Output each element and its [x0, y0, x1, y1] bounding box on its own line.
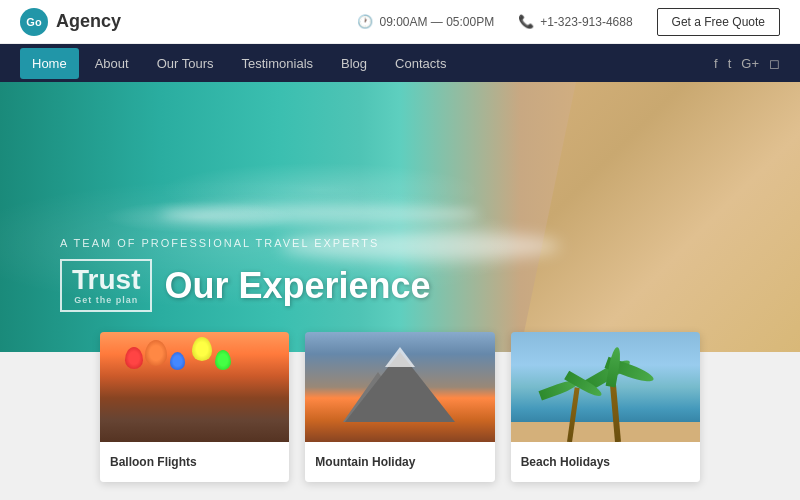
twitter-icon[interactable]: t — [728, 56, 732, 71]
social-links: f t G+ ◻ — [714, 56, 780, 71]
hero-section: A TEAM OF PROFESSIONAL TRAVEL EXPERTS Tr… — [0, 82, 800, 352]
nav-links: Home About Our Tours Testimonials Blog C… — [20, 48, 458, 79]
balloon-5 — [215, 350, 231, 370]
phone-text: +1-323-913-4688 — [540, 15, 632, 29]
card-mountain-image — [305, 332, 494, 442]
beach-sand — [511, 422, 700, 442]
balloon-1 — [125, 347, 143, 369]
phone-icon: 📞 — [518, 14, 534, 29]
card-beach-label: Beach Holidays — [511, 442, 700, 482]
balloon-2 — [145, 340, 167, 366]
balloon-3 — [170, 352, 185, 370]
facebook-icon[interactable]: f — [714, 56, 718, 71]
hours-text: 09:00AM — 05:00PM — [379, 15, 494, 29]
nav-tours[interactable]: Our Tours — [145, 48, 226, 79]
card-mountain-holiday[interactable]: Mountain Holiday — [305, 332, 494, 482]
instagram-icon[interactable]: ◻ — [769, 56, 780, 71]
clock-icon: 🕐 — [357, 14, 373, 29]
card-beach-image — [511, 332, 700, 442]
nav-about[interactable]: About — [83, 48, 141, 79]
card-beach-holidays[interactable]: Beach Holidays — [511, 332, 700, 482]
card-balloon-flights[interactable]: Balloon Flights — [100, 332, 289, 482]
balloon-4 — [192, 337, 212, 361]
hero-title: Trust Get the plan Our Experience — [60, 259, 431, 312]
logo[interactable]: Go Agency — [20, 8, 121, 36]
nav-home[interactable]: Home — [20, 48, 79, 79]
nav-blog[interactable]: Blog — [329, 48, 379, 79]
site-header: Go Agency 🕐 09:00AM — 05:00PM 📞 +1-323-9… — [0, 0, 800, 44]
card-balloon-image — [100, 332, 289, 442]
hero-main-title: Our Experience — [164, 265, 430, 307]
trust-box: Trust Get the plan — [60, 259, 152, 312]
mountain-snow — [385, 347, 415, 367]
trust-sublabel: Get the plan — [72, 296, 140, 306]
card-balloon-label: Balloon Flights — [100, 442, 289, 482]
logo-icon: Go — [20, 8, 48, 36]
header-info: 🕐 09:00AM — 05:00PM 📞 +1-323-913-4688 Ge… — [357, 8, 780, 36]
cards-section: Balloon Flights Mountain Holiday Beach H… — [0, 352, 800, 500]
phone-info: 📞 +1-323-913-4688 — [518, 14, 632, 29]
hero-content: A TEAM OF PROFESSIONAL TRAVEL EXPERTS Tr… — [60, 237, 431, 312]
nav-contacts[interactable]: Contacts — [383, 48, 458, 79]
hero-subtitle: A TEAM OF PROFESSIONAL TRAVEL EXPERTS — [60, 237, 431, 249]
googleplus-icon[interactable]: G+ — [741, 56, 759, 71]
logo-text: Agency — [56, 11, 121, 32]
card-mountain-label: Mountain Holiday — [305, 442, 494, 482]
main-nav: Home About Our Tours Testimonials Blog C… — [0, 44, 800, 82]
nav-testimonials[interactable]: Testimonials — [230, 48, 326, 79]
trust-label: Trust — [72, 264, 140, 295]
hours-info: 🕐 09:00AM — 05:00PM — [357, 14, 494, 29]
quote-button[interactable]: Get a Free Quote — [657, 8, 780, 36]
